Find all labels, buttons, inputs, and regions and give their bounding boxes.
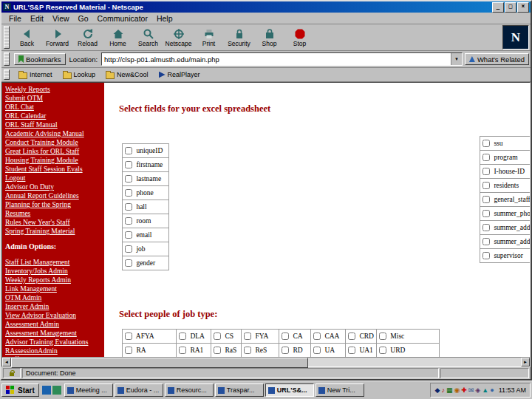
job-checkbox[interactable] xyxy=(125,332,132,340)
sidebar-link[interactable]: Logout xyxy=(5,174,101,183)
task-button[interactable]: Resourc... xyxy=(165,383,214,397)
horizontal-scrollbar[interactable]: ◄ ► xyxy=(2,357,530,366)
job-checkbox[interactable] xyxy=(379,332,386,340)
field-cell[interactable]: general_staff xyxy=(480,193,531,207)
field-checkbox[interactable] xyxy=(125,203,132,211)
field-checkbox[interactable] xyxy=(125,189,132,197)
sidebar-link[interactable]: Annual Report Guidelines xyxy=(5,191,101,200)
menu-item[interactable]: View xyxy=(48,14,74,23)
job-checkbox[interactable] xyxy=(313,332,321,340)
job-cell[interactable]: RA xyxy=(123,344,177,358)
field-checkbox[interactable] xyxy=(125,175,132,183)
tray-icon[interactable]: ▦ xyxy=(446,387,453,394)
sidebar-link[interactable]: Spring Training Material xyxy=(5,227,101,236)
field-cell[interactable]: lastname xyxy=(123,172,169,186)
sidebar-link[interactable]: Academic Advising Manual xyxy=(5,129,101,138)
field-cell[interactable]: residents xyxy=(480,179,531,193)
field-cell[interactable]: firstname xyxy=(123,158,169,172)
search-button[interactable]: Search xyxy=(133,25,163,50)
netscape-button[interactable]: Netscape xyxy=(163,25,194,50)
field-cell[interactable]: gender xyxy=(123,256,169,270)
sidebar-link[interactable]: Housing Training Module xyxy=(5,156,101,165)
field-checkbox[interactable] xyxy=(482,224,490,231)
job-cell[interactable]: CRD xyxy=(346,330,377,344)
job-checkbox[interactable] xyxy=(214,332,221,340)
quicklaunch-desktop-icon[interactable] xyxy=(52,386,61,395)
field-cell[interactable]: summer_addr xyxy=(480,221,531,235)
sidebar-admin-link[interactable]: RAssessionAdmin xyxy=(5,347,101,355)
print-button[interactable]: Print xyxy=(194,25,224,50)
field-checkbox[interactable] xyxy=(482,154,490,161)
back-button[interactable]: Back xyxy=(12,25,42,50)
sidebar-link[interactable]: Weekly Reports xyxy=(5,85,101,94)
shop-button[interactable]: Shop xyxy=(254,25,284,50)
tray-icon[interactable]: ✚ xyxy=(461,387,467,394)
scrollbar-thumb[interactable] xyxy=(11,358,308,368)
personal-toolbar-gripper[interactable] xyxy=(4,69,10,80)
job-checkbox[interactable] xyxy=(214,347,221,354)
job-checkbox[interactable] xyxy=(348,347,355,354)
field-checkbox[interactable] xyxy=(482,238,490,245)
url-dropdown-arrow-icon[interactable]: ▼ xyxy=(451,53,462,65)
sidebar-link[interactable]: Conduct Training Module xyxy=(5,138,101,147)
sidebar-admin-link[interactable]: Assessment Management xyxy=(5,329,101,338)
start-button[interactable]: Start xyxy=(1,383,39,397)
job-checkbox[interactable] xyxy=(244,347,251,354)
job-cell[interactable]: RA1 xyxy=(177,344,211,358)
sidebar-link[interactable]: Great Links for ORL Staff xyxy=(5,147,101,156)
maximize-button[interactable]: □ xyxy=(505,2,516,13)
job-cell[interactable]: UA1 xyxy=(346,344,377,358)
job-checkbox[interactable] xyxy=(179,347,186,354)
field-cell[interactable]: program xyxy=(480,151,531,165)
sidebar-admin-link[interactable]: Weekly Reports Admin xyxy=(5,276,101,284)
menu-item[interactable]: Communicator xyxy=(93,14,152,23)
field-cell[interactable]: job xyxy=(123,242,169,256)
tray-icon[interactable]: ✉ xyxy=(468,387,474,394)
job-cell[interactable]: FYA xyxy=(242,330,279,344)
job-checkbox[interactable] xyxy=(379,347,386,354)
sidebar-link[interactable]: ORL Calendar xyxy=(5,112,101,120)
close-button[interactable]: × xyxy=(517,2,529,13)
field-checkbox[interactable] xyxy=(125,245,132,253)
sidebar-admin-link[interactable]: Staff List Management xyxy=(5,258,101,267)
toolbar-gripper[interactable] xyxy=(4,26,10,49)
field-cell[interactable]: email xyxy=(123,228,169,242)
sidebar-link[interactable]: Rules New Year's Staff xyxy=(5,218,101,227)
menu-item[interactable]: File xyxy=(4,14,26,23)
task-button[interactable]: Meeting ... xyxy=(64,383,113,397)
menu-item[interactable]: Edit xyxy=(26,14,48,23)
sidebar-admin-link[interactable]: Assessment Admin xyxy=(5,320,101,329)
job-cell[interactable]: UA xyxy=(311,344,346,358)
job-cell[interactable]: CA xyxy=(279,330,311,344)
field-checkbox[interactable] xyxy=(125,231,132,239)
field-cell[interactable]: I-house-ID xyxy=(480,165,531,179)
task-button[interactable]: Eudora - ... xyxy=(115,383,163,397)
task-button[interactable]: URL'S&... xyxy=(265,383,314,397)
location-bar-gripper[interactable] xyxy=(4,52,10,66)
sidebar-admin-link[interactable]: Link Management xyxy=(5,284,101,293)
field-checkbox[interactable] xyxy=(125,161,132,168)
personal-bookmark-lookup[interactable]: Lookup xyxy=(59,70,100,80)
titlebar[interactable]: N URL'S&P Reserved Material - Netscape _… xyxy=(1,1,531,13)
task-button[interactable]: New Tri... xyxy=(316,383,364,397)
tray-icon[interactable]: ▲ xyxy=(482,387,488,394)
sidebar-admin-link[interactable]: Inserver Admin xyxy=(5,302,101,311)
scroll-left-arrow-icon[interactable]: ◄ xyxy=(2,358,11,366)
field-cell[interactable]: summer_phone xyxy=(480,207,531,221)
bookmarks-button[interactable]: Bookmarks xyxy=(14,53,66,65)
job-checkbox[interactable] xyxy=(282,347,289,354)
minimize-button[interactable]: _ xyxy=(492,2,504,13)
personal-bookmark-realplayer[interactable]: RealPlayer xyxy=(155,70,204,80)
sidebar-link[interactable]: Submit OTM xyxy=(5,94,101,103)
field-checkbox[interactable] xyxy=(125,259,132,267)
field-cell[interactable]: room xyxy=(123,214,169,228)
field-checkbox[interactable] xyxy=(482,140,490,147)
job-checkbox[interactable] xyxy=(125,347,132,354)
field-cell[interactable]: supervisor xyxy=(480,249,531,263)
job-cell[interactable]: CAA xyxy=(311,330,346,344)
menu-item[interactable]: Help xyxy=(152,14,177,23)
job-cell[interactable]: DLA xyxy=(177,330,211,344)
home-button[interactable]: Home xyxy=(103,25,133,50)
quicklaunch-browser-icon[interactable] xyxy=(42,386,51,395)
field-checkbox[interactable] xyxy=(482,252,490,259)
